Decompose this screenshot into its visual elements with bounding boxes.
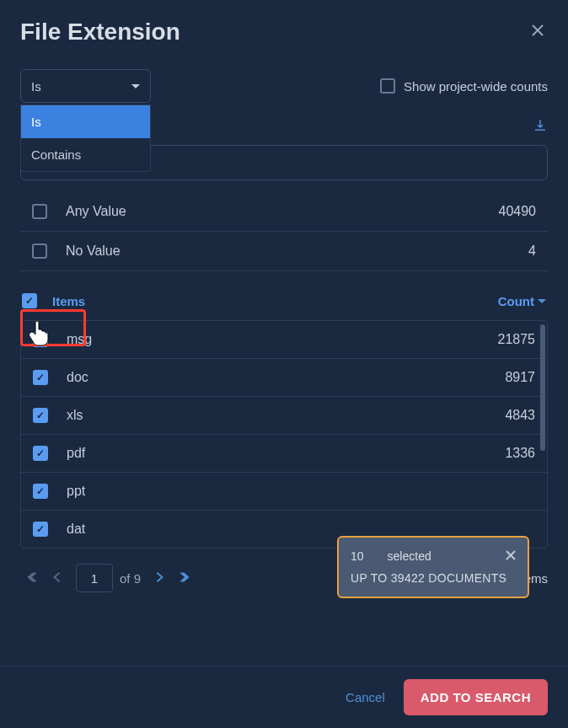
file-extension-dialog: File Extension Is Is Contains Show proje… bbox=[0, 0, 568, 592]
row-checkbox[interactable] bbox=[33, 522, 48, 537]
row-label: msg bbox=[67, 332, 498, 347]
items-header: Items Count bbox=[20, 293, 548, 320]
row-checkbox[interactable] bbox=[33, 332, 48, 347]
row-label: pdf bbox=[67, 446, 505, 461]
operator-dropdown[interactable]: Is Is Contains bbox=[20, 69, 151, 103]
selection-toast: 10 selected UP TO 39422 DOCUMENTS bbox=[337, 536, 529, 598]
download-icon[interactable] bbox=[533, 118, 548, 136]
no-value-row[interactable]: No Value 4 bbox=[20, 232, 548, 271]
row-count: 4843 bbox=[505, 408, 535, 423]
no-value-count: 4 bbox=[528, 244, 536, 259]
items-label: Items bbox=[52, 294, 498, 308]
page-of-label: of 9 bbox=[120, 571, 141, 586]
row-count: 8917 bbox=[505, 370, 535, 385]
toast-documents: UP TO 39422 DOCUMENTS bbox=[351, 571, 516, 585]
scrollbar[interactable] bbox=[540, 324, 545, 451]
operator-menu: Is Contains bbox=[20, 104, 151, 172]
row-checkbox[interactable] bbox=[33, 484, 48, 499]
sort-caret-icon bbox=[538, 299, 546, 303]
row-checkbox[interactable] bbox=[33, 370, 48, 385]
dialog-header: File Extension bbox=[20, 19, 548, 46]
operator-option-contains[interactable]: Contains bbox=[21, 138, 150, 171]
table-row[interactable]: doc 8917 bbox=[21, 359, 547, 397]
first-page-icon[interactable] bbox=[20, 568, 46, 589]
operator-value: Is bbox=[31, 79, 41, 94]
operator-option-is[interactable]: Is bbox=[21, 105, 150, 138]
dialog-title: File Extension bbox=[20, 19, 180, 46]
top-controls: Is Is Contains Show project-wide counts bbox=[20, 69, 548, 103]
next-page-icon[interactable] bbox=[147, 568, 171, 589]
toast-selected-label: selected bbox=[388, 549, 431, 563]
any-value-label: Any Value bbox=[66, 204, 499, 219]
toast-count: 10 bbox=[351, 549, 364, 563]
show-counts-toggle[interactable]: Show project-wide counts bbox=[380, 78, 548, 94]
dialog-footer: Cancel ADD TO SEARCH bbox=[0, 666, 568, 728]
row-label: dat bbox=[67, 522, 535, 537]
page-input[interactable] bbox=[76, 564, 113, 592]
any-value-count: 40490 bbox=[499, 204, 537, 219]
table-row[interactable]: ppt bbox=[21, 473, 547, 511]
no-value-checkbox[interactable] bbox=[32, 244, 47, 259]
add-to-search-button[interactable]: ADD TO SEARCH bbox=[404, 679, 548, 715]
row-count: 21875 bbox=[498, 332, 536, 347]
prev-page-icon[interactable] bbox=[46, 568, 69, 589]
cancel-button[interactable]: Cancel bbox=[346, 690, 385, 704]
show-counts-label: Show project-wide counts bbox=[404, 79, 548, 94]
row-checkbox[interactable] bbox=[33, 408, 48, 423]
no-value-label: No Value bbox=[66, 244, 528, 259]
row-count: 1336 bbox=[505, 446, 535, 461]
last-page-icon[interactable] bbox=[171, 568, 196, 589]
count-sort[interactable]: Count bbox=[498, 294, 546, 308]
toast-close-icon[interactable] bbox=[506, 549, 516, 563]
chevron-down-icon bbox=[131, 84, 140, 88]
table-row[interactable]: xls 4843 bbox=[21, 397, 547, 435]
any-value-checkbox[interactable] bbox=[32, 204, 47, 219]
show-counts-checkbox[interactable] bbox=[380, 78, 395, 94]
items-table: msg 21875 doc 8917 xls 4843 pdf 1336 ppt… bbox=[20, 320, 548, 549]
row-label: xls bbox=[67, 408, 505, 423]
select-all-checkbox[interactable] bbox=[22, 293, 37, 308]
row-label: doc bbox=[67, 370, 505, 385]
any-value-row[interactable]: Any Value 40490 bbox=[20, 192, 548, 232]
row-checkbox[interactable] bbox=[33, 446, 48, 461]
row-label: ppt bbox=[67, 484, 535, 499]
table-row[interactable]: msg 21875 bbox=[21, 321, 547, 359]
table-row[interactable]: pdf 1336 bbox=[21, 435, 547, 473]
close-icon[interactable] bbox=[528, 20, 548, 45]
